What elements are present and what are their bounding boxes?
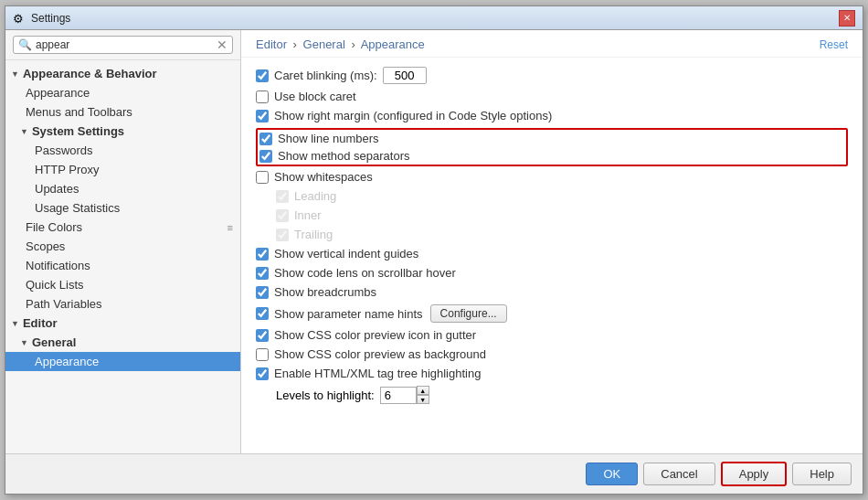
expand-icon-system: ▼ <box>20 127 28 136</box>
footer: OK Cancel Apply Help <box>5 453 863 494</box>
sidebar: 🔍 ✕ ▼ Appearance & Behavior Appearance M… <box>5 30 241 453</box>
sidebar-item-editor-appearance[interactable]: Appearance <box>5 352 240 371</box>
sidebar-item-usage-statistics[interactable]: Usage Statistics <box>5 198 240 218</box>
leading-wrap: Leading <box>276 189 336 203</box>
cancel-button[interactable]: Cancel <box>643 463 715 485</box>
levels-stepper: ▲ ▼ <box>417 386 429 404</box>
breadcrumb-appearance: Appearance <box>361 37 425 51</box>
highlighted-group: Show line numbers Show method separators <box>256 128 848 166</box>
show-css-color-bg-wrap: Show CSS color preview as background <box>256 347 486 361</box>
levels-to-highlight-label: Levels to highlight: <box>276 388 375 402</box>
settings-area: Caret blinking (ms): Use block caret Sh <box>241 58 863 453</box>
show-css-color-preview-row: Show CSS color preview icon in gutter <box>256 328 848 342</box>
show-whitespaces-wrap: Show whitespaces <box>256 170 373 184</box>
expand-icon: ▼ <box>11 69 19 79</box>
sidebar-item-notifications[interactable]: Notifications <box>5 256 240 275</box>
trailing-wrap: Trailing <box>276 228 333 241</box>
show-whitespaces-checkbox[interactable] <box>256 171 269 184</box>
help-button[interactable]: Help <box>792 463 852 485</box>
search-icon: 🔍 <box>18 38 32 51</box>
sidebar-item-scopes[interactable]: Scopes <box>5 237 240 256</box>
show-breadcrumbs-checkbox[interactable] <box>256 286 269 299</box>
show-vertical-indent-wrap: Show vertical indent guides <box>256 247 418 261</box>
levels-increment-button[interactable]: ▲ <box>417 386 429 395</box>
show-param-hints-label: Show parameter name hints <box>274 307 423 321</box>
show-method-separators-label: Show method separators <box>278 149 410 163</box>
search-wrap: 🔍 ✕ <box>13 36 233 54</box>
show-vertical-indent-label: Show vertical indent guides <box>274 247 418 261</box>
apply-button[interactable]: Apply <box>721 462 788 486</box>
inner-row: Inner <box>276 208 848 222</box>
enable-html-xml-checkbox[interactable] <box>256 367 269 380</box>
sidebar-item-quick-lists[interactable]: Quick Lists <box>5 275 240 294</box>
trailing-label: Trailing <box>294 228 333 241</box>
search-clear-icon[interactable]: ✕ <box>217 38 228 51</box>
show-param-hints-checkbox[interactable] <box>256 307 269 320</box>
sidebar-item-appearance[interactable]: Appearance <box>5 83 240 102</box>
sidebar-item-path-variables[interactable]: Path Variables <box>5 294 240 314</box>
show-whitespaces-row: Show whitespaces <box>256 170 848 184</box>
sidebar-item-updates[interactable]: Updates <box>5 179 240 198</box>
breadcrumb-sep2: › <box>351 37 355 51</box>
show-method-separators-row: Show method separators <box>259 149 844 163</box>
show-right-margin-label: Show right margin (configured in Code St… <box>274 109 552 122</box>
caret-blinking-checkbox-wrap: Caret blinking (ms): <box>256 69 377 82</box>
caret-blinking-input[interactable] <box>383 67 427 84</box>
show-right-margin-wrap: Show right margin (configured in Code St… <box>256 109 552 122</box>
show-param-hints-wrap: Show parameter name hints <box>256 307 423 321</box>
trailing-checkbox[interactable] <box>276 229 289 241</box>
use-block-caret-wrap: Use block caret <box>256 90 356 103</box>
sidebar-item-general[interactable]: ▼ General <box>5 333 240 352</box>
sidebar-item-http-proxy[interactable]: HTTP Proxy <box>5 160 240 179</box>
inner-checkbox[interactable] <box>276 209 289 222</box>
enable-html-xml-wrap: Enable HTML/XML tag tree highlighting <box>256 367 481 380</box>
show-line-numbers-row: Show line numbers <box>259 132 844 145</box>
inner-wrap: Inner <box>276 208 322 222</box>
trailing-row: Trailing <box>276 228 848 241</box>
reset-link[interactable]: Reset <box>820 38 848 51</box>
configure-button[interactable]: Configure... <box>430 304 507 323</box>
caret-blinking-checkbox[interactable] <box>256 69 269 82</box>
show-whitespaces-label: Show whitespaces <box>274 170 373 184</box>
show-breadcrumbs-wrap: Show breadcrumbs <box>256 285 376 299</box>
show-breadcrumbs-row: Show breadcrumbs <box>256 285 848 299</box>
file-colors-icon: ≡ <box>228 222 233 233</box>
show-vertical-indent-row: Show vertical indent guides <box>256 247 848 261</box>
show-code-lens-label: Show code lens on scrollbar hover <box>274 266 456 280</box>
ok-button[interactable]: OK <box>586 463 638 485</box>
show-css-color-bg-checkbox[interactable] <box>256 348 269 361</box>
breadcrumb-bar: Editor › General › Appearance Reset <box>241 30 863 58</box>
search-input[interactable] <box>36 38 217 51</box>
sidebar-item-appearance-behavior[interactable]: ▼ Appearance & Behavior <box>5 64 240 83</box>
levels-to-highlight-input[interactable] <box>380 387 417 404</box>
caret-blinking-row: Caret blinking (ms): <box>256 67 848 84</box>
show-line-numbers-wrap: Show line numbers <box>259 132 379 145</box>
levels-input-group: ▲ ▼ <box>380 386 429 404</box>
title-bar: ⚙ Settings ✕ <box>5 6 863 30</box>
sidebar-item-menus-toolbars[interactable]: Menus and Toolbars <box>5 102 240 122</box>
leading-label: Leading <box>294 189 336 203</box>
leading-checkbox[interactable] <box>276 190 289 203</box>
show-css-color-preview-checkbox[interactable] <box>256 329 269 342</box>
show-vertical-indent-checkbox[interactable] <box>256 248 269 261</box>
show-code-lens-wrap: Show code lens on scrollbar hover <box>256 266 456 280</box>
sidebar-item-passwords[interactable]: Passwords <box>5 141 240 160</box>
main-content-area: 🔍 ✕ ▼ Appearance & Behavior Appearance M… <box>5 30 863 453</box>
levels-decrement-button[interactable]: ▼ <box>417 395 429 404</box>
sidebar-item-file-colors[interactable]: File Colors ≡ <box>5 218 240 237</box>
use-block-caret-checkbox[interactable] <box>256 90 269 103</box>
expand-icon-general: ▼ <box>20 338 28 347</box>
show-line-numbers-checkbox[interactable] <box>259 133 272 145</box>
show-method-separators-checkbox[interactable] <box>259 150 272 163</box>
sidebar-item-system-settings[interactable]: ▼ System Settings <box>5 122 240 141</box>
enable-html-xml-row: Enable HTML/XML tag tree highlighting <box>256 367 848 380</box>
breadcrumb-general: General <box>303 37 345 51</box>
show-right-margin-checkbox[interactable] <box>256 110 269 122</box>
show-code-lens-checkbox[interactable] <box>256 267 269 280</box>
sidebar-item-editor[interactable]: ▼ Editor <box>5 314 240 333</box>
show-css-color-preview-wrap: Show CSS color preview icon in gutter <box>256 328 476 342</box>
close-button[interactable]: ✕ <box>839 10 855 27</box>
leading-row: Leading <box>276 189 848 203</box>
use-block-caret-row: Use block caret <box>256 90 848 103</box>
search-box: 🔍 ✕ <box>5 30 240 60</box>
